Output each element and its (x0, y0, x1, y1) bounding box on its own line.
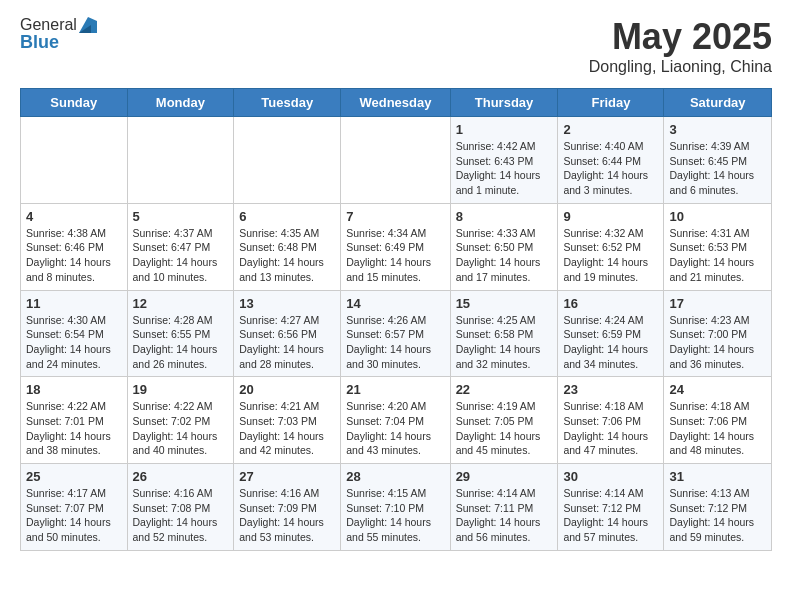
day-number: 25 (26, 469, 122, 484)
header-friday: Friday (558, 89, 664, 117)
day-info: Sunrise: 4:14 AMSunset: 7:11 PMDaylight:… (456, 487, 541, 543)
table-row: 23Sunrise: 4:18 AMSunset: 7:06 PMDayligh… (558, 377, 664, 464)
day-info: Sunrise: 4:32 AMSunset: 6:52 PMDaylight:… (563, 227, 648, 283)
table-row: 31Sunrise: 4:13 AMSunset: 7:12 PMDayligh… (664, 464, 772, 551)
table-row: 2Sunrise: 4:40 AMSunset: 6:44 PMDaylight… (558, 117, 664, 204)
day-info: Sunrise: 4:31 AMSunset: 6:53 PMDaylight:… (669, 227, 754, 283)
day-number: 3 (669, 122, 766, 137)
day-number: 21 (346, 382, 444, 397)
day-info: Sunrise: 4:24 AMSunset: 6:59 PMDaylight:… (563, 314, 648, 370)
table-row: 27Sunrise: 4:16 AMSunset: 7:09 PMDayligh… (234, 464, 341, 551)
table-row: 18Sunrise: 4:22 AMSunset: 7:01 PMDayligh… (21, 377, 128, 464)
title-block: May 2025 Dongling, Liaoning, China (589, 16, 772, 76)
day-info: Sunrise: 4:28 AMSunset: 6:55 PMDaylight:… (133, 314, 218, 370)
day-number: 15 (456, 296, 553, 311)
day-info: Sunrise: 4:22 AMSunset: 7:01 PMDaylight:… (26, 400, 111, 456)
table-row: 25Sunrise: 4:17 AMSunset: 7:07 PMDayligh… (21, 464, 128, 551)
table-row: 9Sunrise: 4:32 AMSunset: 6:52 PMDaylight… (558, 203, 664, 290)
week-row-2: 4Sunrise: 4:38 AMSunset: 6:46 PMDaylight… (21, 203, 772, 290)
day-info: Sunrise: 4:18 AMSunset: 7:06 PMDaylight:… (669, 400, 754, 456)
page: General Blue May 2025 Dongling, Liaoning… (0, 0, 792, 567)
day-number: 22 (456, 382, 553, 397)
day-number: 23 (563, 382, 658, 397)
main-title: May 2025 (589, 16, 772, 58)
table-row: 26Sunrise: 4:16 AMSunset: 7:08 PMDayligh… (127, 464, 234, 551)
table-row: 21Sunrise: 4:20 AMSunset: 7:04 PMDayligh… (341, 377, 450, 464)
day-info: Sunrise: 4:37 AMSunset: 6:47 PMDaylight:… (133, 227, 218, 283)
week-row-4: 18Sunrise: 4:22 AMSunset: 7:01 PMDayligh… (21, 377, 772, 464)
day-info: Sunrise: 4:18 AMSunset: 7:06 PMDaylight:… (563, 400, 648, 456)
table-row: 17Sunrise: 4:23 AMSunset: 7:00 PMDayligh… (664, 290, 772, 377)
header-monday: Monday (127, 89, 234, 117)
header-thursday: Thursday (450, 89, 558, 117)
table-row: 3Sunrise: 4:39 AMSunset: 6:45 PMDaylight… (664, 117, 772, 204)
day-number: 24 (669, 382, 766, 397)
logo-icon (79, 17, 97, 33)
table-row: 11Sunrise: 4:30 AMSunset: 6:54 PMDayligh… (21, 290, 128, 377)
day-info: Sunrise: 4:16 AMSunset: 7:09 PMDaylight:… (239, 487, 324, 543)
header-sunday: Sunday (21, 89, 128, 117)
day-info: Sunrise: 4:23 AMSunset: 7:00 PMDaylight:… (669, 314, 754, 370)
day-info: Sunrise: 4:42 AMSunset: 6:43 PMDaylight:… (456, 140, 541, 196)
day-number: 16 (563, 296, 658, 311)
day-number: 18 (26, 382, 122, 397)
table-row: 5Sunrise: 4:37 AMSunset: 6:47 PMDaylight… (127, 203, 234, 290)
table-row: 10Sunrise: 4:31 AMSunset: 6:53 PMDayligh… (664, 203, 772, 290)
table-row: 28Sunrise: 4:15 AMSunset: 7:10 PMDayligh… (341, 464, 450, 551)
day-number: 30 (563, 469, 658, 484)
table-row (234, 117, 341, 204)
day-number: 12 (133, 296, 229, 311)
day-info: Sunrise: 4:34 AMSunset: 6:49 PMDaylight:… (346, 227, 431, 283)
header-saturday: Saturday (664, 89, 772, 117)
day-number: 8 (456, 209, 553, 224)
table-row: 22Sunrise: 4:19 AMSunset: 7:05 PMDayligh… (450, 377, 558, 464)
table-row: 6Sunrise: 4:35 AMSunset: 6:48 PMDaylight… (234, 203, 341, 290)
header-wednesday: Wednesday (341, 89, 450, 117)
week-row-3: 11Sunrise: 4:30 AMSunset: 6:54 PMDayligh… (21, 290, 772, 377)
header: General Blue May 2025 Dongling, Liaoning… (20, 16, 772, 76)
table-row (341, 117, 450, 204)
table-row: 20Sunrise: 4:21 AMSunset: 7:03 PMDayligh… (234, 377, 341, 464)
day-number: 4 (26, 209, 122, 224)
table-row: 24Sunrise: 4:18 AMSunset: 7:06 PMDayligh… (664, 377, 772, 464)
day-number: 9 (563, 209, 658, 224)
day-info: Sunrise: 4:15 AMSunset: 7:10 PMDaylight:… (346, 487, 431, 543)
day-number: 28 (346, 469, 444, 484)
table-row: 12Sunrise: 4:28 AMSunset: 6:55 PMDayligh… (127, 290, 234, 377)
table-row: 30Sunrise: 4:14 AMSunset: 7:12 PMDayligh… (558, 464, 664, 551)
header-tuesday: Tuesday (234, 89, 341, 117)
day-info: Sunrise: 4:27 AMSunset: 6:56 PMDaylight:… (239, 314, 324, 370)
week-row-5: 25Sunrise: 4:17 AMSunset: 7:07 PMDayligh… (21, 464, 772, 551)
table-row (127, 117, 234, 204)
table-row: 4Sunrise: 4:38 AMSunset: 6:46 PMDaylight… (21, 203, 128, 290)
day-info: Sunrise: 4:39 AMSunset: 6:45 PMDaylight:… (669, 140, 754, 196)
day-info: Sunrise: 4:25 AMSunset: 6:58 PMDaylight:… (456, 314, 541, 370)
logo: General Blue (20, 16, 97, 53)
day-number: 7 (346, 209, 444, 224)
day-number: 19 (133, 382, 229, 397)
table-row: 15Sunrise: 4:25 AMSunset: 6:58 PMDayligh… (450, 290, 558, 377)
day-number: 6 (239, 209, 335, 224)
day-info: Sunrise: 4:26 AMSunset: 6:57 PMDaylight:… (346, 314, 431, 370)
day-number: 10 (669, 209, 766, 224)
day-info: Sunrise: 4:30 AMSunset: 6:54 PMDaylight:… (26, 314, 111, 370)
day-number: 1 (456, 122, 553, 137)
day-info: Sunrise: 4:38 AMSunset: 6:46 PMDaylight:… (26, 227, 111, 283)
table-row: 8Sunrise: 4:33 AMSunset: 6:50 PMDaylight… (450, 203, 558, 290)
day-info: Sunrise: 4:35 AMSunset: 6:48 PMDaylight:… (239, 227, 324, 283)
day-info: Sunrise: 4:21 AMSunset: 7:03 PMDaylight:… (239, 400, 324, 456)
day-number: 17 (669, 296, 766, 311)
calendar: Sunday Monday Tuesday Wednesday Thursday… (20, 88, 772, 551)
day-number: 29 (456, 469, 553, 484)
table-row: 19Sunrise: 4:22 AMSunset: 7:02 PMDayligh… (127, 377, 234, 464)
day-info: Sunrise: 4:19 AMSunset: 7:05 PMDaylight:… (456, 400, 541, 456)
logo-blue-text: Blue (20, 32, 97, 53)
day-info: Sunrise: 4:20 AMSunset: 7:04 PMDaylight:… (346, 400, 431, 456)
day-number: 31 (669, 469, 766, 484)
day-number: 5 (133, 209, 229, 224)
day-number: 26 (133, 469, 229, 484)
day-number: 14 (346, 296, 444, 311)
days-header-row: Sunday Monday Tuesday Wednesday Thursday… (21, 89, 772, 117)
day-info: Sunrise: 4:14 AMSunset: 7:12 PMDaylight:… (563, 487, 648, 543)
calendar-header: Sunday Monday Tuesday Wednesday Thursday… (21, 89, 772, 117)
